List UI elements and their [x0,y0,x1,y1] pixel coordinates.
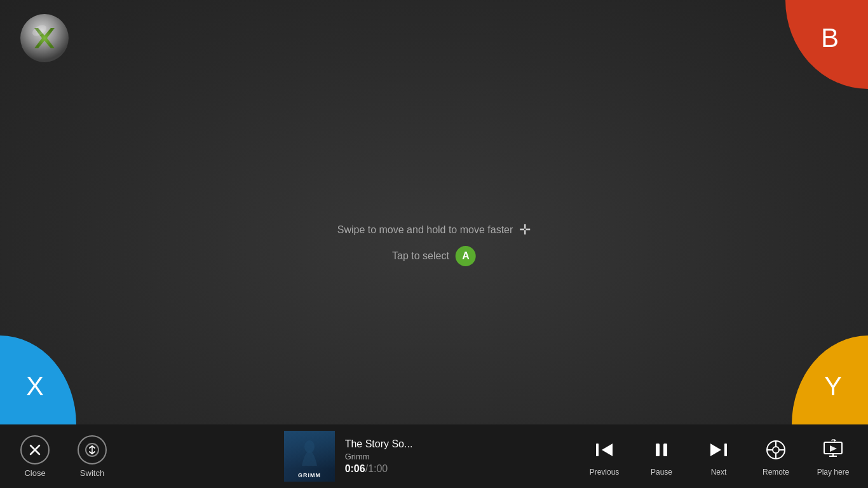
switch-button[interactable]: Switch [64,424,121,488]
remote-icon [762,436,790,464]
y-button[interactable]: Y [792,336,868,424]
switch-label: Switch [80,468,104,478]
svg-rect-13 [663,444,667,456]
a-button-label: A [462,250,470,262]
next-button[interactable]: Next [690,424,747,488]
remote-label: Remote [763,468,789,477]
close-button[interactable]: Close [6,424,64,488]
now-playing: GRIMM The Story So... Grimm 0:06/1:00 [121,431,576,482]
close-label: Close [24,468,45,478]
switch-icon [78,435,107,464]
bottom-bar: Close Switch [0,424,868,488]
tap-text: Tap to select [392,250,449,262]
svg-point-8 [304,440,315,453]
x-button-label: X [26,371,44,402]
play-here-button[interactable]: Play here [804,424,862,488]
svg-marker-11 [602,444,613,456]
swipe-hint: Swipe to move and hold to move faster ✛ [337,222,531,238]
svg-rect-10 [596,444,599,456]
track-total-time: 1:00 [368,463,388,474]
svg-point-17 [773,447,779,453]
track-info: The Story So... Grimm 0:06/1:00 [345,438,413,475]
svg-marker-25 [830,445,837,452]
svg-text:GRIMM: GRIMM [298,472,321,478]
bottom-left-controls: Close Switch [0,424,121,488]
play-here-icon [819,436,847,464]
previous-icon [590,436,618,464]
y-button-label: Y [824,371,842,402]
a-button-indicator: A [456,246,476,266]
track-show: Grimm [345,452,413,461]
track-current-time: 0:06 [345,463,365,474]
pause-button[interactable]: Pause [633,424,690,488]
next-label: Next [711,468,727,477]
track-time-container: 0:06/1:00 [345,463,413,475]
album-art: GRIMM [284,431,335,482]
remote-button[interactable]: Remote [747,424,804,488]
svg-rect-12 [656,444,660,456]
center-hints: Swipe to move and hold to move faster ✛ … [337,222,531,266]
next-icon [705,436,733,464]
media-controls: Previous Pause Next [576,424,868,488]
move-icon: ✛ [519,222,531,238]
previous-button[interactable]: Previous [576,424,633,488]
xbox-logo[interactable] [19,13,70,64]
svg-rect-15 [724,444,727,456]
tap-hint: Tap to select A [392,246,476,266]
svg-marker-26 [834,439,836,442]
svg-marker-14 [710,444,721,456]
track-title: The Story So... [345,438,413,450]
pause-icon [648,436,675,464]
b-button[interactable]: B [785,0,868,89]
pause-label: Pause [651,468,672,477]
album-art-inner: GRIMM [284,431,335,482]
swipe-text: Swipe to move and hold to move faster [337,224,513,236]
b-button-label: B [821,23,839,53]
previous-label: Previous [590,468,620,477]
close-icon [20,435,50,464]
x-button[interactable]: X [0,336,76,424]
play-here-label: Play here [817,468,850,477]
